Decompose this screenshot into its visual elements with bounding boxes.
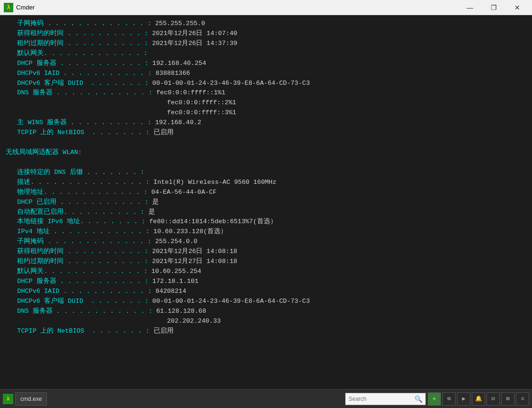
taskbar: λ cmd.exe 🔍 + ⊞ ▶ 🔔 ⊟ ⊠ ≡ bbox=[0, 389, 532, 408]
terminal-line: fec0:0:0:ffff::3%1 bbox=[6, 108, 526, 118]
taskbar-right-icons: + ⊞ ▶ 🔔 ⊟ ⊠ ≡ bbox=[428, 392, 529, 406]
restore-button[interactable]: ❐ bbox=[483, 1, 504, 14]
terminal-line bbox=[6, 158, 526, 168]
terminal-line: 描述. . . . . . . . . . . . . . . : Intel(… bbox=[6, 178, 526, 188]
tray-icon-6[interactable]: ≡ bbox=[516, 392, 529, 406]
terminal-line: 物理地址. . . . . . . . . . . . . : 04-EA-56… bbox=[6, 188, 526, 198]
terminal-line: fec0:0:0:ffff::2%1 bbox=[6, 98, 526, 108]
terminal-line: DHCPv6 客户端 DUID . . . . . . . : 00-01-00… bbox=[6, 297, 526, 307]
terminal-line: 获得租约的时间 . . . . . . . . . . : 2021年12月26… bbox=[6, 247, 526, 257]
terminal-line: DHCP 服务器 . . . . . . . . . . . : 172.18.… bbox=[6, 277, 526, 287]
terminal-line: 默认网关. . . . . . . . . . . . . : bbox=[6, 49, 526, 59]
terminal-line: 主 WINS 服务器 . . . . . . . . . . : 192.168… bbox=[6, 118, 526, 128]
terminal-line: DHCP 服务器 . . . . . . . . . . . : 192.168… bbox=[6, 59, 526, 69]
tray-icon-1[interactable]: ⊞ bbox=[442, 392, 456, 406]
terminal-line: DHCPv6 IAID . . . . . . . . . . . : 8388… bbox=[6, 69, 526, 79]
tray-icon-5[interactable]: ⊠ bbox=[501, 392, 514, 406]
terminal-line: 子网掩码 . . . . . . . . . . . . . : 255.255… bbox=[6, 19, 526, 29]
search-input[interactable] bbox=[346, 396, 412, 402]
terminal-line: DNS 服务器 . . . . . . . . . . . . : 61.128… bbox=[6, 307, 526, 317]
taskbar-app-label: cmd.exe bbox=[20, 396, 42, 402]
terminal-line: 子网掩码 . . . . . . . . . . . . . : 255.254… bbox=[6, 237, 526, 247]
terminal-line: 默认网关. . . . . . . . . . . . . : 10.60.25… bbox=[6, 267, 526, 277]
terminal-line: 租约过期的时间 . . . . . . . . . . : 2021年12月26… bbox=[6, 39, 526, 49]
terminal-line: 自动配置已启用. . . . . . . . . . : 是 bbox=[6, 208, 526, 218]
window-controls: — ❐ ✕ bbox=[459, 1, 528, 14]
titlebar: λ Cmder — ❐ ✕ bbox=[0, 0, 532, 15]
add-tab-button[interactable]: + bbox=[428, 392, 441, 406]
terminal-line: 本地链接 IPv6 地址. . . . . . . . : fe80::dd14… bbox=[6, 217, 526, 227]
terminal-area: 子网掩码 . . . . . . . . . . . . . : 255.255… bbox=[0, 15, 532, 389]
taskbar-app-icon: λ bbox=[3, 394, 13, 404]
terminal-line: TCPIP 上的 NetBIOS . . . . . . . : 已启用 bbox=[6, 128, 526, 138]
tray-icon-4[interactable]: ⊟ bbox=[486, 392, 500, 406]
search-button[interactable]: 🔍 bbox=[412, 393, 424, 405]
window-title: Cmder bbox=[16, 4, 459, 11]
terminal-line: 获得租约的时间 . . . . . . . . . . : 2021年12月26… bbox=[6, 29, 526, 39]
terminal-line: 无线局域网适配器 WLAN: bbox=[6, 148, 526, 158]
close-button[interactable]: ✕ bbox=[506, 1, 528, 14]
search-box[interactable]: 🔍 bbox=[345, 393, 426, 405]
tray-icon-3[interactable]: 🔔 bbox=[472, 392, 485, 406]
terminal-line: DHCPv6 IAID . . . . . . . . . . . : 8420… bbox=[6, 287, 526, 297]
terminal-line: IPv4 地址 . . . . . . . . . . . . : 10.60.… bbox=[6, 227, 526, 237]
app-icon: λ bbox=[4, 3, 13, 12]
terminal-line bbox=[6, 138, 526, 148]
terminal-line: TCPIP 上的 NetBIOS . . . . . . . : 已启用 bbox=[6, 326, 526, 336]
terminal-line: DHCP 已启用 . . . . . . . . . . . : 是 bbox=[6, 198, 526, 208]
tray-icon-2[interactable]: ▶ bbox=[457, 392, 470, 406]
terminal-line: 202.202.240.33 bbox=[6, 317, 526, 326]
taskbar-app-button[interactable]: cmd.exe bbox=[15, 392, 47, 406]
terminal-line: 连接特定的 DNS 后缀 . . . . . . . : bbox=[6, 168, 526, 178]
terminal-line: DHCPv6 客户端 DUID . . . . . . . : 00-01-00… bbox=[6, 79, 526, 89]
terminal-line: 租约过期的时间 . . . . . . . . . . : 2021年12月27… bbox=[6, 257, 526, 267]
minimize-button[interactable]: — bbox=[459, 1, 481, 14]
terminal-line: DNS 服务器 . . . . . . . . . . . . : fec0:0… bbox=[6, 88, 526, 98]
